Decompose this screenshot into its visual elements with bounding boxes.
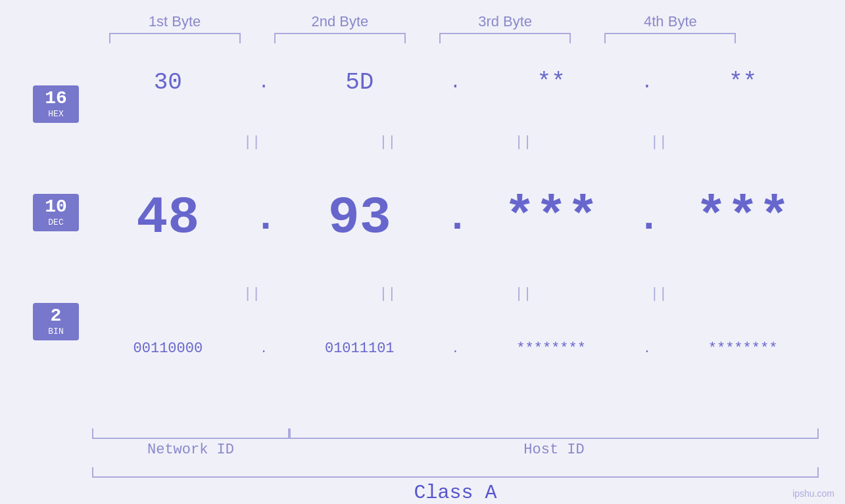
eq-2: ||: [322, 134, 453, 150]
dec-dot-1: .: [254, 196, 274, 241]
host-bracket: [289, 428, 819, 439]
bin-byte-2: 01011101: [294, 340, 425, 357]
bracket-1: [109, 33, 241, 43]
hex-row: 30 . 5D . ** . **: [92, 69, 819, 96]
dec-label: DEC: [39, 218, 72, 227]
eq2-1: ||: [186, 286, 318, 302]
main-container: 1st Byte 2nd Byte 3rd Byte 4th Byte 16 H…: [0, 0, 845, 504]
network-bracket: [92, 428, 289, 439]
dec-dot-3: .: [637, 196, 657, 241]
byte-label-1: 1st Byte: [109, 13, 241, 30]
hex-label: HEX: [39, 109, 72, 119]
eq-3: ||: [458, 134, 589, 150]
host-bracket-container: Host ID: [289, 428, 819, 458]
eq-1: ||: [186, 134, 318, 150]
hex-byte-4: **: [677, 69, 809, 96]
bin-byte-3: ********: [485, 340, 617, 357]
bin-dot-3: .: [637, 342, 657, 355]
bin-number: 2: [39, 307, 72, 325]
eq2-3: ||: [458, 286, 589, 302]
dec-byte-4: ***: [677, 188, 809, 248]
equals-row-2: || || || ||: [92, 286, 819, 302]
bracket-2: [274, 33, 406, 43]
dec-row: 48 . 93 . *** . ***: [92, 188, 819, 248]
dec-badge: 10 DEC: [33, 194, 79, 231]
network-bracket-container: Network ID: [92, 428, 289, 458]
bin-byte-4: ********: [677, 340, 809, 357]
top-brackets: [0, 33, 845, 43]
bin-dot-1: .: [254, 342, 274, 355]
hex-byte-2: 5D: [294, 69, 425, 96]
hex-badge: 16 HEX: [33, 85, 79, 123]
bottom-section: Network ID Host ID Class A: [0, 428, 845, 504]
bin-row: 00110000 . 01011101 . ******** . *******…: [92, 340, 819, 357]
class-bracket-container: Class A: [92, 467, 819, 504]
hex-dot-2: .: [445, 72, 465, 93]
dec-byte-2: 93: [294, 188, 425, 248]
host-id-label: Host ID: [289, 442, 819, 458]
middle-area: 16 HEX 10 DEC 2 BIN 30 . 5D . ** . **: [0, 43, 845, 428]
bracket-4: [604, 33, 736, 43]
watermark: ipshu.com: [792, 488, 834, 499]
network-id-label: Network ID: [92, 442, 289, 458]
bin-byte-1: 00110000: [102, 340, 233, 357]
ip-rows-area: 30 . 5D . ** . ** || || || || 48 . 93 .: [92, 43, 845, 428]
eq2-2: ||: [322, 286, 453, 302]
eq-4: ||: [593, 134, 725, 150]
class-bracket: [92, 467, 819, 478]
dec-number: 10: [39, 198, 72, 216]
class-label: Class A: [92, 482, 819, 504]
left-badges: 16 HEX 10 DEC 2 BIN: [0, 43, 92, 428]
hex-byte-3: **: [485, 69, 617, 96]
eq2-4: ||: [593, 286, 725, 302]
byte-headers: 1st Byte 2nd Byte 3rd Byte 4th Byte: [0, 13, 845, 30]
byte-label-4: 4th Byte: [604, 13, 736, 30]
hex-byte-1: 30: [102, 69, 233, 96]
byte-label-2: 2nd Byte: [274, 13, 406, 30]
id-brackets-row: Network ID Host ID: [92, 428, 819, 458]
bracket-3: [439, 33, 571, 43]
hex-dot-1: .: [254, 72, 274, 93]
hex-dot-3: .: [637, 72, 657, 93]
equals-row-1: || || || ||: [92, 134, 819, 150]
dec-byte-3: ***: [485, 188, 617, 248]
bin-dot-2: .: [445, 342, 465, 355]
bin-badge: 2 BIN: [33, 303, 79, 340]
dec-byte-1: 48: [102, 188, 233, 248]
bin-label: BIN: [39, 327, 72, 336]
hex-number: 16: [39, 89, 72, 108]
dec-dot-2: .: [445, 196, 465, 241]
byte-label-3: 3rd Byte: [439, 13, 571, 30]
